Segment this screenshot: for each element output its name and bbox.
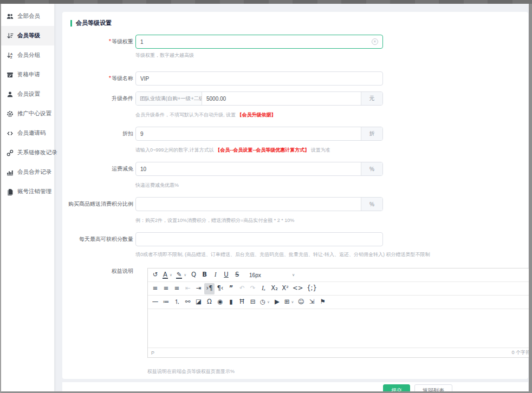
- daily-points-max-hint: 填0或者不填即不限制, (商品赠送、订单赠送、后台充值、充值码充值、批量充值、转…: [135, 251, 430, 258]
- link-icon[interactable]: ⚯: [183, 297, 193, 308]
- upgrade-basis-link[interactable]: 【会员升级依据】: [237, 112, 276, 117]
- freight-discount-field: %: [135, 162, 383, 176]
- label-benefits: 权益说明: [62, 263, 133, 275]
- text-color-icon[interactable]: A: [161, 270, 174, 281]
- restore-draft-icon[interactable]: ↺: [150, 270, 160, 281]
- level-weight-input[interactable]: [136, 39, 372, 45]
- search-replace-icon[interactable]: Q: [189, 270, 199, 281]
- users-icon: [7, 13, 14, 20]
- editor-toolbar-row-2: ≡≡≡⇤⇥›¶¶‹”↶↷IₓX₂X²<>{;}: [148, 282, 530, 296]
- bold-icon[interactable]: B: [199, 270, 210, 281]
- strikethrough-icon[interactable]: S: [232, 270, 242, 281]
- media-icon[interactable]: ▶: [272, 297, 282, 308]
- datetime-icon[interactable]: ◷: [258, 297, 271, 308]
- vertical-scrollbar[interactable]: [529, 0, 532, 393]
- sidebar-item-member-group[interactable]: AZ会员分组: [1, 45, 54, 65]
- discount-field: 折: [135, 127, 383, 141]
- window-border-left: [0, 0, 1, 393]
- clipped-header-strip: [0, 0, 532, 4]
- sidebar-item-qualification-apply[interactable]: 资格申请: [1, 65, 54, 84]
- sidebar-item-label: 会员等级: [17, 32, 40, 40]
- code-sample-icon[interactable]: {;}: [305, 283, 319, 294]
- outdent-icon[interactable]: ⇤: [183, 283, 193, 294]
- unit-yuan: 元: [361, 92, 382, 105]
- editor-content-area[interactable]: [148, 309, 530, 348]
- page-title: 会员等级设置: [76, 19, 112, 27]
- qualify-icon: [7, 71, 14, 78]
- upgrade-condition-type[interactable]: 团队业绩满(自购+一级+二级): [136, 92, 202, 105]
- align-center-icon[interactable]: ≡: [161, 283, 171, 294]
- freight-discount-hint: 快递运费减免优惠%: [135, 182, 179, 189]
- unit-zhe: 折: [361, 127, 382, 140]
- svg-text:Z: Z: [10, 55, 12, 58]
- align-right-icon[interactable]: ≡: [172, 283, 182, 294]
- discount-input[interactable]: [136, 131, 361, 137]
- editor-toolbar-row-1: ↺A✎QBIUS 16px ∨: [148, 268, 530, 282]
- bullet-list-icon[interactable]: ≔: [161, 297, 171, 308]
- sidebar-item-promotion-center-settings[interactable]: 推广中心设置: [1, 104, 54, 123]
- align-left-icon[interactable]: ≡: [150, 283, 160, 294]
- undo-icon[interactable]: ↶: [237, 283, 247, 294]
- sidebar-item-label: 账号注销管理: [17, 188, 51, 195]
- preview-icon[interactable]: ◉: [215, 297, 225, 308]
- rtl-paragraph-icon[interactable]: ¶‹: [215, 283, 225, 294]
- label-discount: 折扣: [62, 127, 133, 141]
- editor-element-path: P: [151, 350, 154, 356]
- back-to-list-button[interactable]: 返回列表: [414, 384, 452, 391]
- daily-points-max-input[interactable]: [136, 237, 382, 243]
- upgrade-condition-input[interactable]: [202, 96, 361, 102]
- page-break-icon[interactable]: Ħ: [237, 297, 247, 308]
- freight-discount-input[interactable]: [136, 166, 361, 172]
- chevron-down-icon: ∨: [292, 273, 295, 277]
- underline-icon[interactable]: U: [221, 270, 231, 281]
- unit-percent: %: [361, 162, 382, 175]
- level-name-field: [135, 71, 383, 86]
- anchor-icon[interactable]: ▮: [226, 297, 236, 308]
- font-size-select[interactable]: 16px ∨: [247, 270, 297, 281]
- ltr-paragraph-icon[interactable]: ›¶: [204, 283, 215, 294]
- level-icon: [7, 32, 14, 40]
- inline-code-icon[interactable]: <>: [291, 283, 304, 294]
- redo-icon[interactable]: ↷: [248, 283, 258, 294]
- clear-input-icon[interactable]: ✕: [372, 38, 378, 45]
- sidebar-item-member-merge-log[interactable]: 会员合并记录: [1, 162, 54, 182]
- member-icon: [7, 91, 14, 98]
- superscript-icon[interactable]: X²: [280, 283, 290, 294]
- blockquote-icon[interactable]: ”: [226, 283, 236, 294]
- app-window: 全部会员会员等级AZ会员分组资格申请会员设置推广中心设置会员邀请码关系链修改记录…: [0, 0, 532, 393]
- required-star: *: [109, 38, 111, 44]
- level-name-input[interactable]: [136, 76, 382, 82]
- sidebar-item-member-level[interactable]: 会员等级: [1, 26, 54, 45]
- highlight-color-icon[interactable]: ✎: [174, 270, 188, 281]
- image-icon[interactable]: ◪: [193, 297, 204, 308]
- svg-text:A: A: [10, 52, 13, 55]
- subscript-icon[interactable]: X₂: [269, 283, 280, 294]
- sidebar-item-all-members[interactable]: 全部会员: [1, 6, 54, 26]
- submit-button[interactable]: 提交: [383, 384, 410, 391]
- form-footer: 提交 返回列表: [62, 382, 528, 391]
- indent-icon[interactable]: ⇥: [193, 283, 204, 294]
- sidebar-item-label: 会员分组: [17, 51, 40, 59]
- sidebar-item-member-invite-code[interactable]: 会员邀请码: [1, 123, 54, 143]
- special-char-icon[interactable]: Ω: [204, 297, 215, 308]
- print-icon[interactable]: ⊟: [248, 297, 258, 308]
- sidebar-item-member-settings[interactable]: 会员设置: [1, 84, 54, 104]
- label-points-ratio: 购买商品赠送消费积分比例: [62, 197, 133, 211]
- sidebar-item-account-cancel-manage[interactable]: 账号注销管理: [1, 182, 54, 201]
- sidebar-item-label: 资格申请: [17, 71, 40, 78]
- table-icon[interactable]: ⊞: [283, 297, 295, 308]
- points-ratio-input[interactable]: [136, 201, 361, 207]
- horizontal-rule-icon[interactable]: —: [150, 297, 160, 308]
- clear-format-icon[interactable]: Iₓ: [258, 283, 269, 294]
- gear-icon: [7, 110, 14, 117]
- chart-icon: [7, 169, 14, 176]
- sidebar-item-relation-chain-log[interactable]: 关系链修改记录: [1, 143, 54, 162]
- numbered-list-icon[interactable]: ⒈: [172, 297, 182, 308]
- discount-calc-link[interactable]: 【会员--会员设置--会员等级优惠计算方式】: [215, 147, 309, 153]
- label-daily-points-max: 每天最高可获积分数量: [62, 232, 133, 246]
- italic-icon[interactable]: I: [210, 270, 220, 281]
- format-painter-icon[interactable]: ⚑: [317, 297, 328, 308]
- emoji-icon[interactable]: ☺: [296, 297, 306, 308]
- level-weight-field: ✕: [135, 35, 383, 49]
- fullscreen-icon[interactable]: ⇲: [307, 297, 317, 308]
